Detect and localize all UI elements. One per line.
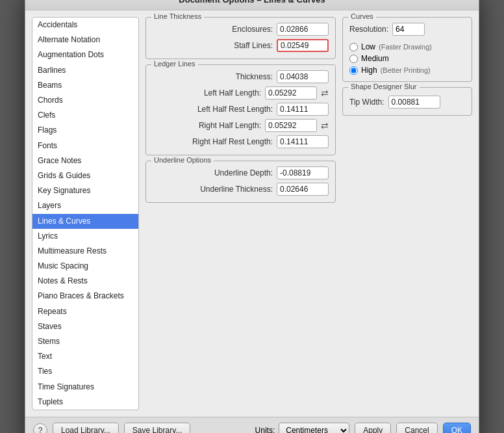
sidebar-item-fonts[interactable]: Fonts	[32, 138, 138, 153]
tip-width-input[interactable]	[388, 96, 440, 109]
left-half-length-row: Left Half Length: ⇄	[153, 86, 329, 99]
sidebar-item-chords[interactable]: Chords	[32, 93, 138, 108]
main-content: AccidentalsAlternate NotationAugmentatio…	[25, 10, 479, 417]
sidebar: AccidentalsAlternate NotationAugmentatio…	[32, 17, 139, 410]
underline-options-section: Underline Options Underline Depth: Under…	[145, 161, 336, 203]
sidebar-item-music-spacing[interactable]: Music Spacing	[32, 259, 138, 274]
right-half-rest-length-label: Right Half Rest Length:	[192, 137, 273, 146]
curves-section: Curves Resolution: Low (Faster Drawing)	[342, 17, 472, 82]
left-half-length-label: Left Half Length:	[204, 88, 261, 98]
swap-icon-left[interactable]: ⇄	[321, 88, 329, 98]
sidebar-item-key-signatures[interactable]: Key Signatures	[32, 183, 138, 198]
enclosures-label: Enclosures:	[232, 25, 273, 34]
right-half-rest-length-input[interactable]	[277, 135, 329, 148]
underline-depth-input[interactable]	[277, 166, 329, 179]
staff-lines-input[interactable]	[277, 39, 329, 52]
underline-options-title: Underline Options	[151, 156, 214, 164]
swap-icon-right[interactable]: ⇄	[321, 120, 329, 131]
sidebar-item-alternate-notation[interactable]: Alternate Notation	[32, 33, 138, 47]
underline-thickness-row: Underline Thickness:	[153, 183, 329, 196]
right-half-length-row: Right Half Length: ⇄	[153, 119, 329, 132]
dialog-title: Document Options – Lines & Curves	[25, 0, 479, 10]
ledger-lines-title: Ledger Lines	[151, 60, 198, 68]
left-half-length-input[interactable]	[265, 86, 317, 99]
save-library-button[interactable]: Save Library...	[124, 423, 190, 433]
sidebar-item-piano-braces--brackets[interactable]: Piano Braces & Brackets	[32, 289, 138, 304]
units-row: Units: Centimeters Inches Points Spaces …	[255, 423, 350, 433]
low-label: Low	[361, 42, 375, 51]
underline-thickness-label: Underline Thickness:	[200, 185, 273, 194]
medium-label: Medium	[361, 54, 389, 63]
units-select[interactable]: Centimeters Inches Points Spaces EVPUs	[279, 423, 349, 433]
underline-depth-label: Underline Depth:	[214, 168, 273, 177]
left-half-rest-length-label: Left Half Rest Length:	[197, 105, 273, 114]
bottom-bar: ? Load Library... Save Library... Units:…	[25, 417, 479, 433]
sidebar-item-grace-notes[interactable]: Grace Notes	[32, 153, 138, 168]
thickness-label: Thickness:	[236, 72, 273, 81]
sidebar-item-layers[interactable]: Layers	[32, 198, 138, 213]
left-half-rest-length-input[interactable]	[277, 103, 329, 116]
tip-width-row: Tip Width:	[349, 93, 465, 109]
sidebar-item-clefs[interactable]: Clefs	[32, 108, 138, 123]
staff-lines-row: Staff Lines:	[153, 39, 329, 52]
sidebar-item-beams[interactable]: Beams	[32, 78, 138, 93]
right-half-length-input[interactable]	[265, 119, 317, 132]
sidebar-item-time-signatures[interactable]: Time Signatures	[32, 380, 138, 395]
high-radio-row: High (Better Printing)	[349, 66, 465, 75]
ok-button[interactable]: OK	[443, 423, 471, 433]
enclosures-row: Enclosures:	[153, 23, 329, 36]
medium-radio[interactable]	[349, 55, 358, 63]
right-panel: Curves Resolution: Low (Faster Drawing)	[342, 17, 472, 410]
thickness-input[interactable]	[277, 70, 329, 83]
sidebar-item-ties[interactable]: Ties	[32, 364, 138, 379]
document-options-dialog: Document Options – Lines & Curves Accide…	[25, 0, 479, 433]
sidebar-item-notes--rests[interactable]: Notes & Rests	[32, 274, 138, 289]
sidebar-item-flags[interactable]: Flags	[32, 123, 138, 138]
sidebar-item-tuplets[interactable]: Tuplets	[32, 395, 138, 410]
sidebar-item-barlines[interactable]: Barlines	[32, 63, 138, 78]
sidebar-item-staves[interactable]: Staves	[32, 319, 138, 334]
curve-quality-group: Low (Faster Drawing) Medium High (Better…	[349, 40, 465, 75]
ledger-lines-section: Ledger Lines Thickness: Left Half Length…	[145, 64, 336, 155]
medium-radio-row: Medium	[349, 54, 465, 63]
load-library-button[interactable]: Load Library...	[53, 423, 119, 433]
enclosures-input[interactable]	[277, 23, 329, 36]
resolution-row: Resolution:	[349, 23, 465, 36]
low-sub: (Faster Drawing)	[379, 43, 432, 51]
sidebar-item-accidentals[interactable]: Accidentals	[32, 18, 138, 33]
sidebar-item-grids--guides[interactable]: Grids & Guides	[32, 168, 138, 183]
apply-button[interactable]: Apply	[355, 423, 391, 433]
line-thickness-section: Line Thickness Enclosures: Staff Lines:	[145, 17, 336, 59]
sidebar-item-stems[interactable]: Stems	[32, 334, 138, 349]
staff-lines-label: Staff Lines:	[234, 41, 273, 50]
units-label: Units:	[255, 426, 275, 433]
thickness-row: Thickness:	[153, 70, 329, 83]
line-thickness-title: Line Thickness	[151, 12, 204, 20]
shape-designer-slur-title: Shape Designer Slur	[348, 83, 420, 90]
high-label: High	[361, 66, 377, 75]
sidebar-item-lines--curves[interactable]: Lines & Curves	[32, 214, 138, 229]
sidebar-item-augmentation-dots[interactable]: Augmentation Dots	[32, 47, 138, 62]
dialog-body: AccidentalsAlternate NotationAugmentatio…	[25, 10, 479, 433]
left-half-rest-length-row: Left Half Rest Length:	[153, 103, 329, 116]
underline-depth-row: Underline Depth:	[153, 166, 329, 179]
resolution-input[interactable]	[392, 23, 425, 36]
resolution-label: Resolution:	[349, 25, 388, 34]
sidebar-item-text[interactable]: Text	[32, 349, 138, 364]
high-radio[interactable]	[349, 66, 358, 75]
sidebar-item-multimeasure-rests[interactable]: Multimeasure Rests	[32, 244, 138, 259]
help-button[interactable]: ?	[33, 423, 47, 433]
curves-title: Curves	[348, 12, 376, 20]
high-sub: (Better Printing)	[381, 66, 431, 74]
tip-width-label: Tip Width:	[349, 98, 384, 107]
low-radio[interactable]	[349, 43, 358, 51]
underline-thickness-input[interactable]	[277, 183, 329, 196]
right-half-rest-length-row: Right Half Rest Length:	[153, 135, 329, 148]
sidebar-item-lyrics[interactable]: Lyrics	[32, 229, 138, 244]
shape-designer-slur-section: Shape Designer Slur Tip Width:	[342, 87, 472, 116]
low-radio-row: Low (Faster Drawing)	[349, 42, 465, 51]
right-half-length-label: Right Half Length:	[199, 121, 261, 130]
center-panel: Line Thickness Enclosures: Staff Lines: …	[145, 17, 336, 410]
cancel-button[interactable]: Cancel	[396, 423, 437, 433]
sidebar-item-repeats[interactable]: Repeats	[32, 304, 138, 319]
